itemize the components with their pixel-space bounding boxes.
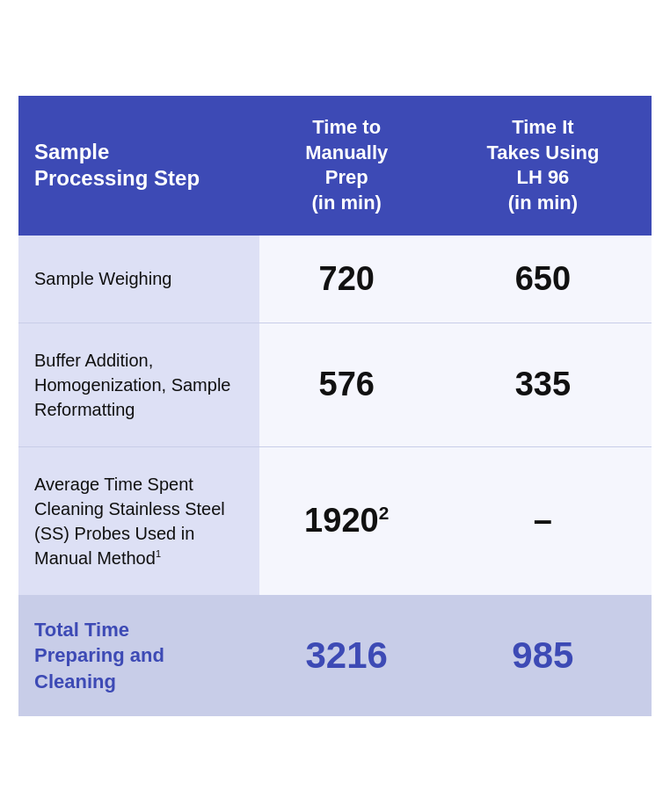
col-header-step: Sample Processing Step — [18, 96, 259, 235]
table-row: Buffer Addition, Homogenization, Sample … — [18, 323, 652, 446]
manual-value: 19202 — [259, 446, 434, 595]
manual-value: 576 — [259, 323, 434, 446]
manual-value: 720 — [259, 236, 434, 323]
step-label: Buffer Addition, Homogenization, Sample … — [18, 323, 259, 446]
footer-label: Total Time Preparing and Cleaning — [18, 595, 259, 716]
comparison-table: Sample Processing Step Time to Manually … — [18, 96, 652, 715]
table-row: Sample Weighing 720 650 — [18, 236, 652, 323]
col-header-manual: Time to Manually Prep (in min) — [259, 96, 434, 235]
step-label: Average Time Spent Cleaning Stainless St… — [18, 446, 259, 595]
footer-manual-total: 3216 — [259, 595, 434, 716]
auto-value: 650 — [434, 236, 652, 323]
footer-row: Total Time Preparing and Cleaning 3216 9… — [18, 595, 652, 716]
auto-value: – — [434, 446, 652, 595]
step-label: Sample Weighing — [18, 236, 259, 323]
footnote-ref-2: 2 — [379, 504, 390, 524]
header-row: Sample Processing Step Time to Manually … — [18, 96, 652, 235]
table-row: Average Time Spent Cleaning Stainless St… — [18, 446, 652, 595]
footnote-ref-1: 1 — [156, 548, 161, 559]
col-header-auto: Time It Takes Using LH 96 (in min) — [434, 96, 652, 235]
footer-auto-total: 985 — [434, 595, 652, 716]
auto-value: 335 — [434, 323, 652, 446]
